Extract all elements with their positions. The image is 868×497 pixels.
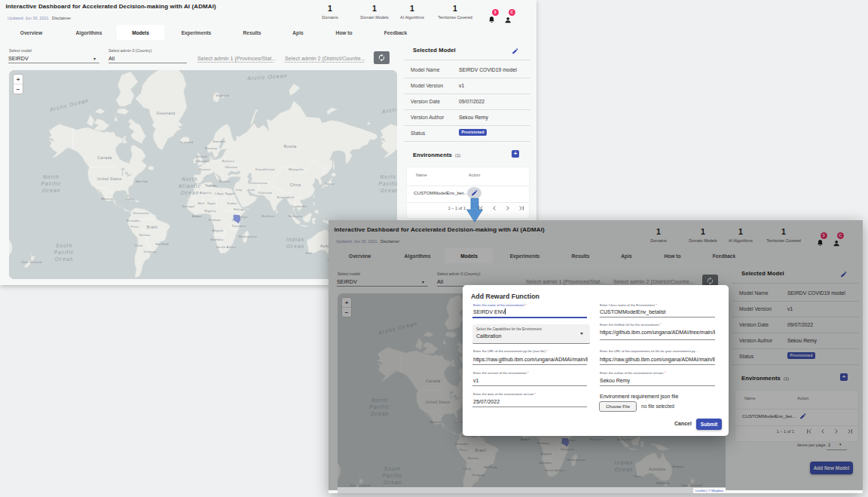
- map-label: Namibia: [210, 238, 223, 241]
- map-label: Malaysia: [289, 214, 302, 218]
- map-label: New Zealand: [22, 260, 42, 264]
- refresh-button[interactable]: [374, 51, 390, 64]
- disclaimer-link[interactable]: Disclaimer: [52, 16, 71, 20]
- env-version-label: Enter the version of the environment *: [473, 371, 529, 375]
- pyfile-url-input[interactable]: https://raw.github.ibm.com/ungana/ADMAI/…: [473, 356, 588, 364]
- stat-territories-label: Territories Covered: [429, 15, 481, 20]
- author-input[interactable]: Sekou Remy: [600, 377, 715, 385]
- class-name-input[interactable]: CUSTOMModelEnv_betalist: [600, 308, 715, 316]
- edit-model-icon[interactable]: [512, 48, 519, 55]
- annotation-arrow-icon: [464, 198, 485, 223]
- class-name-underline: [600, 317, 715, 318]
- reqfile-url-underline: [600, 364, 715, 365]
- table-col-name: Name: [416, 173, 427, 177]
- select-admin1-input[interactable]: Select admin 1 (Provinces/Stat...: [197, 55, 276, 62]
- edit-environment-icon[interactable]: [471, 189, 478, 197]
- reqfile-url-input[interactable]: https://raw.github.ibm.com/ungana/ADMAI/…: [600, 356, 715, 364]
- map-label: Pacific: [41, 181, 62, 186]
- env-version-input[interactable]: v1: [473, 377, 588, 385]
- prev-page-icon[interactable]: [491, 205, 497, 211]
- map-label: Uruguay: [143, 250, 156, 253]
- github-url-input[interactable]: https://github.ibm.com/ungana/ADMAI/tree…: [600, 329, 715, 336]
- select-admin1-underline: [197, 62, 274, 63]
- map-label: North: [43, 174, 59, 179]
- tab-how-to[interactable]: How to: [326, 25, 362, 40]
- map-zoom-control: + −: [13, 74, 23, 94]
- bell-icon: [488, 16, 495, 23]
- select-admin2-input[interactable]: Select admin 2 (District/Countie...: [285, 55, 365, 62]
- choose-file-button[interactable]: Choose File: [599, 401, 637, 412]
- stat-territories-value: 1: [429, 4, 481, 13]
- add-environment-button[interactable]: +: [512, 150, 519, 158]
- required-asterisk: *: [525, 303, 527, 307]
- map-label: Niger: [207, 201, 216, 205]
- author-label: Enter the author of the environment vers…: [600, 371, 665, 375]
- notifications-button[interactable]: 3: [488, 13, 495, 20]
- field-label-text: Enter the version of the environment: [473, 371, 527, 375]
- capabilities-value: Calibration: [476, 333, 501, 339]
- select-model-chevron-icon[interactable]: ▾: [93, 56, 96, 61]
- submit-button[interactable]: Submit: [696, 419, 722, 430]
- github-url-underline: [600, 339, 715, 340]
- select-admin0-value[interactable]: All: [108, 55, 115, 62]
- class-name-label: Enter Class name of the Environment *: [600, 303, 657, 307]
- required-asterisk: *: [660, 323, 662, 327]
- tab-overview[interactable]: Overview: [11, 25, 52, 40]
- map-attribution[interactable]: Leaflet | © Mapbox: [693, 488, 726, 493]
- env-version-underline: [472, 385, 587, 386]
- panel-divider: [404, 60, 530, 60]
- pyfile-url-label: Enter the URL of the environment.py file…: [473, 349, 548, 353]
- status-label: Status: [411, 130, 425, 136]
- model-name-value: SEIRDV COVID19 model: [459, 67, 517, 72]
- map-label: Ocean: [181, 190, 200, 195]
- version-date-label: Version Date: [411, 99, 440, 104]
- map-label: Maldives: [261, 214, 275, 218]
- capabilities-select[interactable]: Select the Capabilities for the Environm…: [472, 324, 590, 344]
- panel-divider: [404, 109, 530, 110]
- next-page-icon[interactable]: [505, 205, 511, 211]
- capabilities-label: Select the Capabilities for the Environm…: [476, 327, 542, 331]
- field-value-text: SEIRDV ENV: [473, 309, 505, 314]
- map-label: Iceland: [181, 140, 193, 144]
- map-label: South: [56, 243, 73, 248]
- zoom-in-button[interactable]: +: [14, 75, 23, 84]
- select-model-underline: [8, 63, 99, 63]
- tab-apis[interactable]: Apis: [280, 25, 316, 40]
- map-label: Algeria: [200, 191, 212, 195]
- cancel-button[interactable]: Cancel: [674, 421, 692, 426]
- map-label: United: [197, 155, 207, 158]
- tab-feedback[interactable]: Feedback: [377, 25, 414, 40]
- required-asterisk: *: [656, 303, 657, 307]
- tab-algorithms[interactable]: Algorithms: [66, 25, 112, 40]
- reqfile-url-label: Enter the URL of the requirements.txt fi…: [600, 349, 699, 353]
- selected-model-heading: Selected Model: [413, 47, 456, 54]
- env-name-input[interactable]: SEIRDV ENV: [473, 308, 588, 316]
- map-label: Kazakhstan: [255, 167, 275, 171]
- zoom-out-button[interactable]: −: [14, 84, 23, 94]
- tab-experiments[interactable]: Experiments: [172, 25, 221, 40]
- env-name-label: Enter the name of the environment *: [473, 303, 527, 307]
- map-label: Ecuador: [127, 219, 140, 222]
- tab-models[interactable]: Models: [117, 25, 164, 40]
- map-label: Turkmenistan: [248, 182, 267, 185]
- map-label: Iraq: [236, 188, 242, 192]
- model-version-value: v1: [459, 83, 464, 88]
- map-label: Egypt: [225, 192, 235, 195]
- map-label: Chile: [134, 244, 143, 247]
- account-button[interactable]: C: [505, 13, 512, 20]
- tab-results[interactable]: Results: [232, 25, 272, 40]
- no-file-text: no file selected: [641, 403, 674, 409]
- author-underline: [600, 385, 715, 386]
- select-admin0-underline: [108, 63, 187, 63]
- map-label: Bolivia: [139, 233, 150, 237]
- capabilities-chevron-icon: [580, 333, 583, 335]
- version-date-value: 09/07/2022: [459, 99, 484, 104]
- map-label: Belarus: [222, 159, 234, 163]
- env-date-input[interactable]: 25/07/2022: [473, 398, 588, 406]
- select-admin2-underline: [285, 62, 364, 63]
- map-label: China: [290, 183, 301, 187]
- select-model-value[interactable]: SEIRDV: [8, 55, 29, 62]
- model-name-label: Model Name: [411, 67, 440, 72]
- map-label: North: [182, 176, 197, 182]
- last-page-icon[interactable]: [518, 205, 524, 211]
